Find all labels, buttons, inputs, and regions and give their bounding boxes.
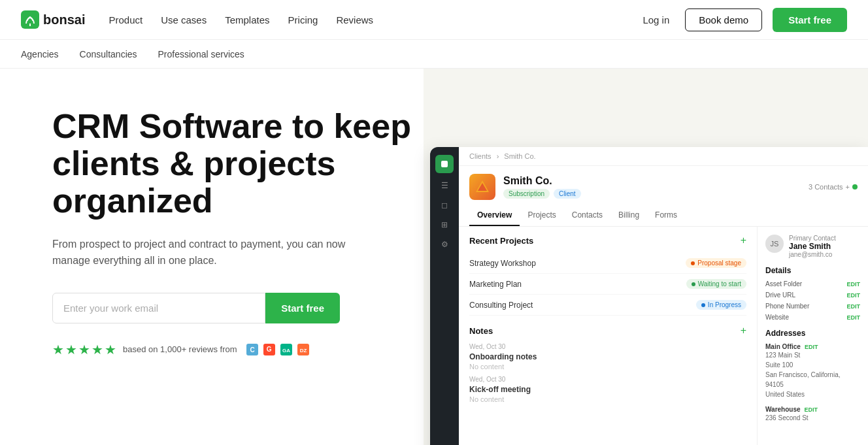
address-edit-1[interactable]: EDIT: [805, 344, 818, 350]
project-status-1: Proposal stage: [686, 258, 746, 268]
tab-contacts[interactable]: Contacts: [564, 205, 610, 226]
nav-link-reviews[interactable]: Reviews: [336, 14, 373, 25]
notes-section: Notes + Wed, Oct 30 Onboarding notes No …: [469, 325, 746, 403]
add-project-button[interactable]: +: [741, 235, 746, 246]
nav-link-product[interactable]: Product: [108, 14, 142, 25]
add-note-button[interactable]: +: [741, 325, 746, 337]
details-section: Details Asset Folder EDIT Drive URL EDIT…: [765, 266, 860, 321]
project-status-text-2: Waiting to start: [698, 280, 741, 288]
sidebar-icon-3[interactable]: ⊞: [435, 218, 454, 232]
hero-section: CRM Software to keep clients & projects …: [0, 69, 868, 445]
app-mockup: ☰ ◻ ⊞ ⚙ Clients › Smith Co.: [430, 147, 868, 445]
sidebar-icon-4[interactable]: ⚙: [435, 237, 454, 252]
status-dot-3: [701, 303, 705, 307]
app-content-right: JS Primary Contact Jane Smith jane@smith…: [757, 227, 868, 445]
app-content: Recent Projects + Strategy Workshop Prop…: [459, 227, 868, 445]
client-badges: Subscription Client: [503, 189, 801, 199]
book-demo-button[interactable]: Book demo: [685, 8, 762, 31]
app-breadcrumb: Clients › Smith Co.: [459, 147, 868, 166]
logo-link[interactable]: bonsai: [21, 10, 85, 29]
star-5: ★: [105, 342, 116, 357]
status-dot-1: [691, 261, 695, 265]
tab-billing[interactable]: Billing: [610, 205, 647, 226]
email-input[interactable]: [52, 293, 265, 323]
tab-overview[interactable]: Overview: [469, 205, 520, 226]
nav-link-templates[interactable]: Templates: [225, 14, 269, 25]
project-status-2: Waiting to start: [686, 279, 746, 289]
address-block-1: Main Office EDIT 123 Main St Suite 100 S…: [765, 343, 860, 399]
sub-nav-professional-services[interactable]: Professional services: [158, 49, 244, 59]
addresses-title: Addresses: [765, 329, 860, 338]
detail-row-3: Phone Number EDIT: [765, 303, 860, 310]
star-4: ★: [92, 342, 103, 357]
detail-label-1: Asset Folder: [765, 280, 802, 288]
details-title: Details: [765, 266, 860, 275]
primary-contact-row: JS Primary Contact Jane Smith jane@smith…: [765, 235, 860, 258]
breadcrumb-client-name: Smith Co.: [504, 152, 535, 160]
address-line-2-1: 236 Second St: [765, 413, 860, 423]
detail-row-4: Website EDIT: [765, 314, 860, 321]
address-line-1-1: 123 Main St: [765, 350, 860, 360]
start-free-hero-button[interactable]: Start free: [265, 293, 340, 323]
sub-nav: Agencies Consultancies Professional serv…: [0, 40, 868, 69]
notes-title: Notes: [469, 326, 493, 336]
project-status-text-3: In Progress: [708, 301, 741, 308]
project-name-3: Consulting Project: [469, 301, 533, 310]
projects-header: Recent Projects +: [469, 235, 746, 246]
breadcrumb-sep: ›: [497, 152, 499, 160]
client-info: Smith Co. Subscription Client: [503, 175, 801, 199]
detail-edit-2[interactable]: EDIT: [846, 292, 860, 299]
add-contact-icon[interactable]: +: [846, 183, 850, 191]
project-row-2: Marketing Plan Waiting to start: [469, 274, 746, 295]
detail-row-2: Drive URL EDIT: [765, 291, 860, 299]
capterra-icon: C: [246, 344, 258, 355]
svg-text:C: C: [250, 346, 254, 354]
reviews-row: ★ ★ ★ ★ ★ based on 1,000+ reviews from C…: [52, 342, 418, 357]
note-date-1: Wed, Oct 30: [469, 343, 746, 350]
app-sidebar: ☰ ◻ ⊞ ⚙: [430, 147, 459, 445]
badge-client: Client: [554, 189, 581, 199]
contact-details: Primary Contact Jane Smith jane@smith.co: [789, 235, 836, 258]
nav-right: Log in Book demo Start free: [637, 8, 847, 32]
project-name-2: Marketing Plan: [469, 280, 522, 289]
address-line-1-3: San Francisco, California, 94105: [765, 370, 860, 389]
address-type-1: Main Office EDIT: [765, 343, 860, 350]
tab-projects[interactable]: Projects: [520, 205, 563, 226]
address-block-2: Warehouse EDIT 236 Second St: [765, 406, 860, 423]
project-row-3: Consulting Project In Progress: [469, 295, 746, 316]
status-dot-2: [692, 282, 695, 286]
sidebar-icon-1[interactable]: ☰: [435, 178, 454, 193]
tab-forms[interactable]: Forms: [647, 205, 685, 226]
addresses-section: Addresses Main Office EDIT 123 Main St S…: [765, 329, 860, 423]
detail-edit-4[interactable]: EDIT: [846, 314, 860, 321]
start-free-nav-button[interactable]: Start free: [773, 8, 847, 32]
star-rating: ★ ★ ★ ★ ★: [52, 342, 116, 357]
sidebar-logo-dot: [441, 161, 448, 167]
sidebar-logo-icon: [435, 155, 454, 173]
address-edit-2[interactable]: EDIT: [805, 406, 818, 413]
hero-subtext: From prospect to project and contract to…: [52, 236, 366, 269]
detail-edit-1[interactable]: EDIT: [846, 281, 860, 288]
sub-nav-consultancies[interactable]: Consultancies: [80, 49, 137, 59]
nav-link-pricing[interactable]: Pricing: [288, 14, 318, 25]
project-name-1: Strategy Workshop: [469, 259, 536, 268]
star-3: ★: [78, 342, 90, 357]
contact-name: Jane Smith: [789, 242, 836, 251]
client-logo: [469, 174, 495, 200]
detail-label-2: Drive URL: [765, 291, 795, 299]
login-button[interactable]: Log in: [637, 14, 675, 25]
email-form: Start free: [52, 293, 340, 323]
main-nav: bonsai Product Use cases Templates Prici…: [0, 0, 868, 40]
sidebar-icon-2[interactable]: ◻: [435, 198, 454, 212]
project-row-1: Strategy Workshop Proposal stage: [469, 253, 746, 274]
client-actions: 3 Contacts +: [809, 183, 858, 191]
client-header: Smith Co. Subscription Client 3 Contacts…: [459, 166, 868, 205]
note-content-1: No content: [469, 363, 746, 371]
other-review-icon: DZ: [297, 344, 309, 355]
detail-edit-3[interactable]: EDIT: [846, 303, 860, 310]
address-line-1-4: United States: [765, 389, 860, 399]
nav-link-use-cases[interactable]: Use cases: [161, 14, 207, 25]
sub-nav-agencies[interactable]: Agencies: [21, 49, 59, 59]
note-title-2: Kick-off meeting: [469, 385, 746, 394]
svg-text:GA: GA: [282, 348, 290, 354]
